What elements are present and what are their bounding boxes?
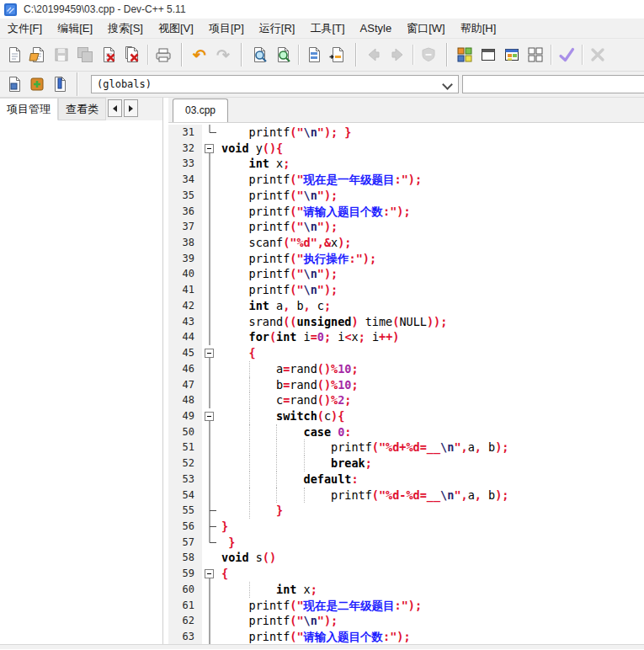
- code-line-46[interactable]: 46 a=rand()%10;: [168, 361, 644, 377]
- code-line-47[interactable]: 47 b=rand()%10;: [168, 377, 644, 393]
- code-line-53[interactable]: 53 default:: [168, 472, 644, 488]
- find-in-files-icon: [274, 45, 292, 64]
- code-line-51[interactable]: 51 printf("%d+%d=__\n",a, b);: [168, 440, 644, 456]
- line-number: 47: [168, 377, 202, 393]
- code-line-39[interactable]: 39 printf("执行操作:");: [168, 251, 644, 267]
- code-line-41[interactable]: 41 printf("\n");: [168, 282, 644, 298]
- tab-class-viewer[interactable]: 查看类: [58, 98, 106, 120]
- menu-item-file[interactable]: 文件[F]: [0, 21, 50, 36]
- insert-button[interactable]: [3, 74, 25, 95]
- tab-scroll-left-button[interactable]: [108, 99, 122, 117]
- code-text: int a, b, c;: [217, 298, 644, 314]
- menu-item-tools[interactable]: 工具[T]: [302, 21, 352, 36]
- code-line-55[interactable]: 55 }: [168, 503, 644, 519]
- redo-icon: ↷: [216, 47, 230, 63]
- open-file-button[interactable]: [26, 43, 50, 67]
- token-s: ): [351, 315, 358, 328]
- close-file-button[interactable]: [97, 43, 120, 67]
- fold-collapse-icon[interactable]: [202, 141, 217, 157]
- code-line-59[interactable]: 59{: [168, 566, 644, 582]
- fold-collapse-icon[interactable]: [202, 408, 217, 424]
- token-s: ;: [351, 378, 358, 392]
- code-line-57[interactable]: 57 }: [168, 535, 644, 551]
- find-button[interactable]: [247, 43, 271, 67]
- code-text: switch(c){: [217, 408, 644, 424]
- code-line-48[interactable]: 48 c=rand()%2;: [168, 392, 644, 408]
- compile-button[interactable]: [453, 43, 476, 67]
- code-line-37[interactable]: 37 printf("\n");: [168, 219, 644, 235]
- code-line-62[interactable]: 62 printf("\n");: [168, 613, 644, 629]
- code-line-61[interactable]: 61 printf("现在是二年级题目:");: [168, 598, 644, 614]
- menu-item-run[interactable]: 运行[R]: [252, 21, 303, 36]
- menu-item-view[interactable]: 视图[V]: [151, 21, 201, 36]
- code-line-34[interactable]: 34 printf("现在是一年级题目:");: [168, 172, 644, 188]
- code-line-49[interactable]: 49 switch(c){: [168, 408, 644, 424]
- code-line-35[interactable]: 35 printf("\n");: [168, 188, 644, 204]
- code-line-32[interactable]: 32void y(){: [168, 141, 644, 157]
- undo-button[interactable]: ↶: [188, 43, 211, 67]
- code-line-43[interactable]: 43 srand((unsigned) time(NULL));: [168, 314, 644, 330]
- line-number: 38: [168, 235, 202, 251]
- code-text: c=rand()%2;: [217, 392, 644, 408]
- replace-button[interactable]: [302, 43, 326, 67]
- code-line-40[interactable]: 40 printf("\n");: [168, 266, 644, 282]
- token-p: printf: [221, 267, 290, 280]
- code-line-56[interactable]: 56}: [168, 519, 644, 535]
- token-r: "%d": [290, 236, 317, 249]
- compile-run-button[interactable]: [500, 43, 524, 67]
- code-line-63[interactable]: 63 printf("请输入题目个数:");: [168, 629, 644, 644]
- fold-collapse-icon[interactable]: [202, 345, 217, 361]
- code-line-58[interactable]: 58void s(): [168, 550, 644, 566]
- token-e: \n: [304, 283, 317, 296]
- class-browser-combo[interactable]: (globals): [91, 75, 459, 93]
- menu-item-astyle[interactable]: AStyle: [353, 22, 400, 35]
- member-browser-combo[interactable]: [462, 75, 644, 93]
- code-line-60[interactable]: 60 int x;: [168, 582, 644, 598]
- new-file-button[interactable]: [3, 43, 26, 67]
- fold-line-icon: [202, 519, 217, 535]
- line-number: 31: [168, 125, 202, 141]
- fold-line-icon: [202, 488, 217, 503]
- tab-scroll-right-button[interactable]: [124, 99, 138, 117]
- code-line-33[interactable]: 33 int x;: [168, 156, 644, 172]
- run-button[interactable]: [476, 43, 500, 67]
- token-s: (): [263, 551, 276, 564]
- save-button: [50, 43, 73, 67]
- print-button[interactable]: [152, 43, 175, 67]
- menu-item-help[interactable]: 帮助[H]: [453, 21, 504, 36]
- menu-item-window[interactable]: 窗口[W]: [399, 21, 453, 36]
- menu-item-edit[interactable]: 编辑[E]: [50, 21, 100, 36]
- toggle-bookmark-button[interactable]: [25, 74, 48, 95]
- code-editor[interactable]: 31 printf("\n"); }32void y(){33 int x;34…: [168, 123, 644, 644]
- goto-bookmark-button[interactable]: [48, 74, 71, 95]
- fold-line-icon: [202, 235, 217, 251]
- tab-project-manager[interactable]: 项目管理: [0, 98, 58, 120]
- code-line-52[interactable]: 52 break;: [168, 456, 644, 472]
- find-in-files-button[interactable]: [271, 43, 295, 67]
- project-manager-panel[interactable]: [0, 120, 162, 644]
- goto-line-button[interactable]: [326, 43, 349, 67]
- code-line-36[interactable]: 36 printf("请输入题目个数:");: [168, 204, 644, 220]
- rebuild-button[interactable]: [524, 43, 547, 67]
- menu-item-project[interactable]: 项目[P]: [201, 21, 252, 36]
- code-line-38[interactable]: 38 scanf("%d",&x);: [168, 235, 644, 251]
- save-all-icon: [76, 45, 94, 64]
- code-text: b=rand()%10;: [217, 377, 644, 393]
- fold-collapse-icon[interactable]: [202, 566, 217, 582]
- code-line-42[interactable]: 42 int a, b, c;: [168, 298, 644, 314]
- fold-line-icon: [202, 298, 217, 314]
- code-text: printf("%d+%d=__\n",a, b);: [217, 440, 644, 456]
- token-p: a: [468, 488, 475, 502]
- code-line-31[interactable]: 31 printf("\n"); }: [168, 125, 644, 141]
- code-line-50[interactable]: 50 case 0:: [168, 424, 644, 440]
- toolbar-separator: [298, 45, 299, 65]
- token-s: :: [344, 425, 351, 439]
- code-line-54[interactable]: 54 printf("%d-%d=__\n",a, b);: [168, 488, 644, 503]
- code-line-44[interactable]: 44 for(int i=0; i<x; i++): [168, 329, 644, 345]
- menu-item-search[interactable]: 搜索[S]: [100, 21, 151, 36]
- code-line-45[interactable]: 45 {: [168, 345, 644, 361]
- tab-03cpp[interactable]: 03.cpp: [173, 99, 228, 122]
- close-all-button[interactable]: [120, 43, 144, 67]
- token-k: unsigned: [296, 315, 351, 328]
- syntax-check-button[interactable]: [555, 43, 578, 67]
